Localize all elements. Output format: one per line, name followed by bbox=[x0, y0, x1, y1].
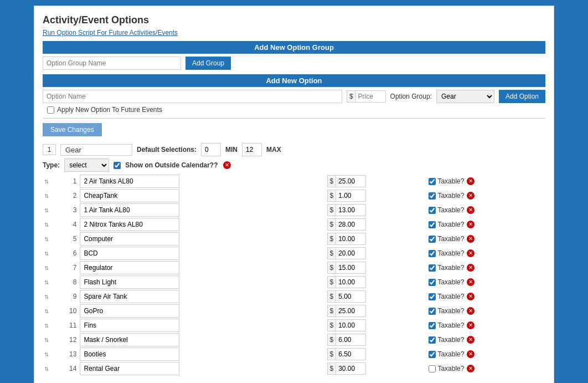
drag-handle-1-3[interactable]: ⇅ bbox=[43, 203, 53, 217]
remove-option-1-1[interactable]: ✕ bbox=[467, 177, 474, 185]
taxable-cell-1-8: Taxable? ✕ bbox=[427, 275, 545, 289]
show-outside-checkbox-1[interactable] bbox=[114, 162, 121, 169]
apply-future-checkbox[interactable] bbox=[47, 106, 54, 114]
option-group-select[interactable]: Gear Air/Nitrox Class Options bbox=[436, 90, 494, 103]
remove-option-1-14[interactable]: ✕ bbox=[467, 365, 474, 372]
option-name-field-1-13[interactable] bbox=[80, 348, 179, 361]
price-field-1-3[interactable] bbox=[336, 204, 366, 216]
add-new-option-header: Add New Option bbox=[43, 74, 545, 87]
default-sel-input-1[interactable] bbox=[201, 143, 221, 156]
drag-handle-1-6[interactable]: ⇅ bbox=[43, 246, 53, 261]
remove-option-1-11[interactable]: ✕ bbox=[467, 321, 474, 329]
taxable-checkbox-1-12[interactable] bbox=[429, 336, 436, 344]
option-group-1: 1 Gear Default Selections: MIN MAX Type:… bbox=[43, 143, 545, 376]
min-input-1[interactable] bbox=[242, 143, 262, 156]
option-group-name-input[interactable] bbox=[43, 57, 181, 70]
price-field-1-10[interactable] bbox=[336, 305, 366, 317]
option-name-field-1-7[interactable] bbox=[80, 261, 179, 274]
add-option-button[interactable]: Add Option bbox=[499, 90, 545, 103]
option-name-field-1-4[interactable] bbox=[80, 218, 179, 231]
option-name-field-1-5[interactable] bbox=[80, 232, 179, 246]
drag-handle-1-8[interactable]: ⇅ bbox=[43, 275, 53, 289]
remove-option-1-3[interactable]: ✕ bbox=[467, 206, 474, 214]
price-field-1-4[interactable] bbox=[336, 218, 366, 231]
add-group-button[interactable]: Add Group bbox=[185, 57, 231, 70]
row-num-1-12: 12 bbox=[53, 333, 78, 347]
price-field-1-7[interactable] bbox=[336, 262, 366, 274]
save-changes-button[interactable]: Save Changes bbox=[43, 123, 102, 136]
table-row: ⇅ 3 $ Taxable? ✕ bbox=[43, 203, 545, 217]
taxable-checkbox-1-4[interactable] bbox=[429, 221, 436, 228]
drag-handle-1-4[interactable]: ⇅ bbox=[43, 217, 53, 232]
taxable-checkbox-1-10[interactable] bbox=[429, 308, 436, 315]
remove-option-1-12[interactable]: ✕ bbox=[467, 336, 474, 344]
price-field-1-1[interactable] bbox=[336, 175, 366, 187]
drag-handle-1-13[interactable]: ⇅ bbox=[43, 347, 53, 361]
table-row: ⇅ 8 $ Taxable? ✕ bbox=[43, 275, 545, 289]
option-name-field-1-3[interactable] bbox=[80, 203, 179, 217]
taxable-checkbox-1-6[interactable] bbox=[429, 250, 436, 257]
option-name-field-1-10[interactable] bbox=[80, 304, 179, 318]
price-field-1-6[interactable] bbox=[336, 247, 366, 259]
price-field-1-13[interactable] bbox=[336, 348, 366, 360]
add-group-row: Add Group bbox=[43, 57, 545, 70]
row-num-1-13: 13 bbox=[53, 347, 78, 361]
remove-option-1-8[interactable]: ✕ bbox=[467, 278, 474, 286]
drag-handle-1-7[interactable]: ⇅ bbox=[43, 261, 53, 275]
price-field-1-2[interactable] bbox=[336, 190, 366, 202]
taxable-checkbox-1-1[interactable] bbox=[429, 178, 436, 185]
option-name-field-1-2[interactable] bbox=[80, 189, 179, 202]
row-num-1-5: 5 bbox=[53, 232, 78, 246]
remove-option-1-10[interactable]: ✕ bbox=[467, 307, 474, 315]
option-name-input[interactable] bbox=[43, 90, 342, 103]
drag-handle-1-1[interactable]: ⇅ bbox=[43, 174, 53, 188]
type-select-1[interactable]: select radio checkbox bbox=[64, 159, 109, 172]
option-name-field-1-9[interactable] bbox=[80, 290, 179, 303]
remove-option-1-13[interactable]: ✕ bbox=[467, 350, 474, 358]
drag-handle-1-11[interactable]: ⇅ bbox=[43, 318, 53, 333]
drag-handle-1-12[interactable]: ⇅ bbox=[43, 333, 53, 347]
run-script-link[interactable]: Run Option Script For Future Activities/… bbox=[43, 29, 545, 37]
drag-arrows-icon: ⇅ bbox=[44, 337, 49, 343]
price-field-1-12[interactable] bbox=[336, 334, 366, 346]
table-row: ⇅ 12 $ Taxable? ✕ bbox=[43, 333, 545, 347]
option-name-field-1-11[interactable] bbox=[80, 319, 179, 332]
option-name-field-1-1[interactable] bbox=[80, 175, 179, 188]
taxable-checkbox-1-7[interactable] bbox=[429, 264, 436, 272]
drag-handle-1-2[interactable]: ⇅ bbox=[43, 188, 53, 203]
remove-option-1-7[interactable]: ✕ bbox=[467, 264, 474, 272]
taxable-checkbox-1-9[interactable] bbox=[429, 293, 436, 300]
option-name-field-1-14[interactable] bbox=[80, 362, 179, 375]
remove-show-outside-1[interactable]: ✕ bbox=[223, 161, 231, 169]
drag-handle-1-14[interactable]: ⇅ bbox=[43, 361, 53, 376]
option-name-field-1-6[interactable] bbox=[80, 247, 179, 260]
taxable-checkbox-1-5[interactable] bbox=[429, 236, 436, 243]
remove-option-1-4[interactable]: ✕ bbox=[467, 221, 474, 228]
price-input[interactable] bbox=[355, 90, 386, 103]
taxable-checkbox-1-11[interactable] bbox=[429, 322, 436, 329]
drag-handle-1-9[interactable]: ⇅ bbox=[43, 289, 53, 304]
drag-arrows-icon: ⇅ bbox=[44, 251, 49, 257]
option-name-cell-1-2 bbox=[78, 188, 325, 203]
price-cell-1-5: $ bbox=[326, 232, 427, 246]
price-field-1-9[interactable] bbox=[336, 290, 366, 303]
remove-option-1-5[interactable]: ✕ bbox=[467, 235, 474, 243]
price-field-1-8[interactable] bbox=[336, 276, 366, 288]
drag-handle-1-5[interactable]: ⇅ bbox=[43, 232, 53, 246]
taxable-checkbox-1-2[interactable] bbox=[429, 192, 436, 200]
drag-handle-1-10[interactable]: ⇅ bbox=[43, 304, 53, 318]
remove-option-1-6[interactable]: ✕ bbox=[467, 249, 474, 257]
taxable-checkbox-1-13[interactable] bbox=[429, 351, 436, 358]
taxable-checkbox-1-14[interactable] bbox=[429, 365, 436, 372]
price-field-1-14[interactable] bbox=[336, 362, 366, 375]
taxable-checkbox-1-3[interactable] bbox=[429, 207, 436, 214]
table-row: ⇅ 4 $ Taxable? ✕ bbox=[43, 217, 545, 232]
taxable-checkbox-1-8[interactable] bbox=[429, 279, 436, 286]
price-field-1-11[interactable] bbox=[336, 319, 366, 331]
option-name-field-1-8[interactable] bbox=[80, 275, 179, 289]
option-name-cell-1-6 bbox=[78, 246, 325, 261]
remove-option-1-2[interactable]: ✕ bbox=[467, 192, 474, 200]
price-field-1-5[interactable] bbox=[336, 233, 366, 245]
option-name-field-1-12[interactable] bbox=[80, 333, 179, 346]
remove-option-1-9[interactable]: ✕ bbox=[467, 293, 474, 300]
